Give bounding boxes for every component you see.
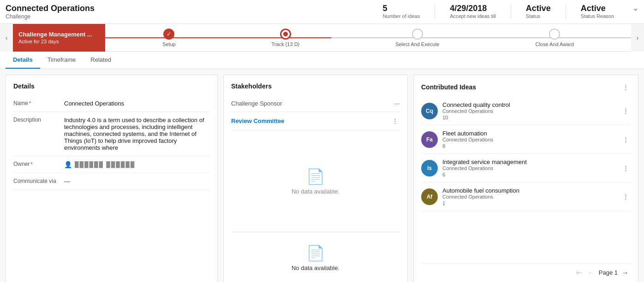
process-sidebar: Challenge Management ... Active for 23 d…	[13, 24, 105, 52]
field-name-label: Name *	[13, 100, 64, 106]
step-select[interactable]: Select And Execute	[395, 29, 439, 47]
tab-bar: Details Timeframe Related	[0, 52, 644, 69]
idea-avatar-2: Is	[421, 160, 438, 176]
step-label-select: Select And Execute	[395, 41, 439, 47]
idea-info-3: Automobile fuel consumption Connected Op…	[442, 187, 616, 206]
required-asterisk-name: *	[29, 100, 31, 106]
status-value: Active	[526, 4, 551, 13]
header-chevron[interactable]: ⌄	[629, 4, 638, 12]
field-name: Name * Connected Operations	[13, 95, 210, 112]
field-name-value: Connected Operations	[64, 100, 210, 107]
required-asterisk-owner: *	[30, 161, 32, 167]
idea-info-1: Fleet automation Connected Operations 8	[442, 130, 616, 149]
header-meta: 5 Number of ideas 4/29/2018 Accept new i…	[382, 4, 638, 19]
idea-title-1: Fleet automation	[442, 130, 616, 137]
status-label: Status	[526, 13, 551, 19]
review-committee-label: Review Committee	[231, 118, 390, 124]
meta-divider-1	[435, 4, 435, 19]
idea-item-1: Fa Fleet automation Connected Operations…	[421, 125, 631, 154]
idea-menu-1[interactable]: ⋮	[621, 135, 631, 144]
challenge-active-days: Active for 23 days	[18, 39, 100, 44]
sponsor-no-data: 📄 No data available.	[231, 232, 400, 278]
idea-item-2: Is Integrated service management Connect…	[421, 154, 631, 182]
ideas-card-title: Contributed Ideas	[421, 83, 621, 91]
page-title: Connected Operations	[6, 4, 382, 13]
challenge-management-title: Challenge Management ...	[18, 31, 100, 38]
challenge-sponsor-value: ---	[394, 100, 400, 107]
chevron-down-icon[interactable]: ⌄	[632, 4, 638, 12]
meta-date: 4/29/2018 Accept new ideas till	[450, 4, 496, 19]
idea-sub-2: Connected Operations	[442, 165, 616, 171]
ideas-list: Cq Connected quality control Connected O…	[421, 97, 631, 263]
details-card: Details Name * Connected Operations Desc…	[6, 75, 218, 282]
review-committee-header: Review Committee ⋮	[231, 112, 400, 130]
header-title-block: Connected Operations Challenge	[6, 4, 382, 20]
status-reason-value: Active	[581, 4, 614, 13]
field-communicate-label: Communicate via	[13, 178, 64, 184]
review-committee-no-data: 📄 No data available.	[231, 130, 400, 232]
field-owner-label: Owner *	[13, 161, 64, 167]
tab-timeframe[interactable]: Timeframe	[40, 52, 83, 69]
challenge-sponsor-label: Challenge Sponsor	[231, 100, 394, 107]
pagination-label: Page 1	[599, 269, 618, 276]
person-icon: 👤	[64, 161, 72, 168]
idea-count-3: 1	[442, 200, 616, 206]
idea-count-0: 10	[442, 115, 616, 120]
idea-avatar-0: Cq	[421, 103, 438, 119]
idea-menu-2[interactable]: ⋮	[621, 164, 631, 172]
field-communicate-value: ---	[64, 178, 210, 185]
idea-menu-3[interactable]: ⋮	[621, 192, 631, 201]
step-setup[interactable]: ✓ Setup	[162, 29, 176, 47]
ideas-header: Contributed Ideas ⋮	[421, 82, 631, 91]
idea-avatar-3: Af	[421, 188, 438, 205]
stakeholders-card-title: Stakeholders	[231, 82, 400, 90]
process-bar: ‹ Challenge Management ... Active for 23…	[0, 24, 644, 52]
meta-divider-3	[566, 4, 566, 19]
field-description-value: Industry 4.0 is a term used to describe …	[64, 117, 210, 151]
step-circle-track	[280, 29, 291, 40]
field-communicate: Communicate via ---	[13, 173, 210, 190]
step-label-setup: Setup	[162, 41, 176, 47]
ideas-count: 5	[382, 4, 420, 13]
step-close[interactable]: Close And Award	[535, 29, 574, 47]
idea-info-2: Integrated service management Connected …	[442, 159, 616, 177]
tab-related[interactable]: Related	[83, 52, 119, 69]
owner-row: 👤 ██████ ██████	[64, 161, 210, 168]
idea-item-0: Cq Connected quality control Connected O…	[421, 97, 631, 125]
no-data-text-1: No data available.	[292, 188, 340, 195]
contributed-ideas-card: Contributed Ideas ⋮ Cq Connected quality…	[413, 75, 638, 282]
idea-title-0: Connected quality control	[442, 101, 616, 108]
idea-sub-0: Connected Operations	[442, 108, 616, 114]
page-header: Connected Operations Challenge 5 Number …	[0, 0, 644, 24]
step-circle-close	[549, 29, 560, 40]
idea-title-2: Integrated service management	[442, 159, 616, 165]
no-data-icon-1: 📄	[306, 168, 325, 185]
review-committee-menu[interactable]: ⋮	[390, 117, 400, 125]
pagination-prev[interactable]: ←	[586, 268, 597, 278]
step-track[interactable]: Track (13 D)	[272, 29, 300, 47]
tab-details[interactable]: Details	[6, 52, 40, 69]
ideas-menu[interactable]: ⋮	[621, 82, 631, 91]
step-circle-setup: ✓	[163, 29, 174, 40]
idea-info-0: Connected quality control Connected Oper…	[442, 101, 616, 120]
process-nav-right[interactable]: ›	[631, 24, 644, 52]
idea-menu-0[interactable]: ⋮	[621, 106, 631, 115]
date-label: Accept new ideas till	[450, 13, 496, 19]
process-steps: ✓ Setup Track (13 D) Select And Execute …	[105, 29, 631, 47]
pagination-next[interactable]: →	[620, 268, 631, 278]
date-value: 4/29/2018	[450, 4, 496, 13]
details-card-title: Details	[13, 82, 210, 90]
pagination-first[interactable]: ⇤	[574, 267, 584, 278]
idea-avatar-1: Fa	[421, 131, 438, 148]
idea-sub-1: Connected Operations	[442, 137, 616, 142]
ideas-label: Number of ideas	[382, 13, 420, 19]
idea-title-3: Automobile fuel consumption	[442, 187, 616, 194]
stakeholders-card: Stakeholders Challenge Sponsor --- Revie…	[223, 75, 408, 282]
process-nav-left[interactable]: ‹	[0, 24, 13, 52]
idea-sub-3: Connected Operations	[442, 194, 616, 200]
meta-ideas: 5 Number of ideas	[382, 4, 420, 19]
page-subtitle: Challenge	[6, 13, 382, 20]
meta-status-reason: Active Status Reason	[581, 4, 614, 19]
main-content: Details Name * Connected Operations Desc…	[0, 69, 644, 282]
ideas-pagination: ⇤ ← Page 1 →	[421, 263, 631, 278]
